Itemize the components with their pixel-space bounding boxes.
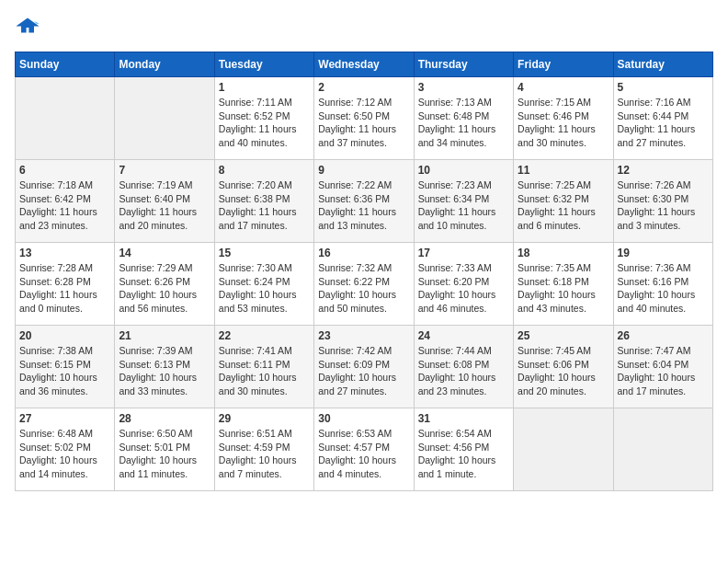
calendar-cell (613, 408, 712, 491)
calendar-cell: 12Sunrise: 7:26 AM Sunset: 6:30 PM Dayli… (613, 160, 712, 243)
calendar-cell: 19Sunrise: 7:36 AM Sunset: 6:16 PM Dayli… (613, 243, 712, 326)
calendar-table: SundayMondayTuesdayWednesdayThursdayFrid… (15, 52, 713, 491)
day-detail: Sunrise: 7:11 AM Sunset: 6:52 PM Dayligh… (219, 96, 310, 150)
day-number: 22 (219, 329, 310, 342)
day-detail: Sunrise: 7:28 AM Sunset: 6:28 PM Dayligh… (19, 261, 110, 316)
calendar-cell: 28Sunrise: 6:50 AM Sunset: 5:01 PM Dayli… (115, 408, 214, 491)
day-detail: Sunrise: 7:47 AM Sunset: 6:04 PM Dayligh… (618, 344, 709, 398)
day-number: 24 (418, 329, 509, 342)
calendar-week-1: 1Sunrise: 7:11 AM Sunset: 6:52 PM Daylig… (16, 77, 713, 160)
weekday-header-tuesday: Tuesday (214, 52, 313, 77)
calendar-cell: 7Sunrise: 7:19 AM Sunset: 6:40 PM Daylig… (115, 160, 214, 243)
day-detail: Sunrise: 7:36 AM Sunset: 6:16 PM Dayligh… (618, 261, 709, 316)
day-detail: Sunrise: 7:29 AM Sunset: 6:26 PM Dayligh… (119, 261, 210, 316)
calendar-cell: 18Sunrise: 7:35 AM Sunset: 6:18 PM Dayli… (514, 243, 613, 326)
logo (15, 15, 44, 40)
weekday-header-thursday: Thursday (414, 52, 513, 77)
calendar-cell (115, 77, 214, 160)
calendar-cell (514, 408, 613, 491)
day-detail: Sunrise: 7:25 AM Sunset: 6:32 PM Dayligh… (518, 178, 609, 233)
calendar-cell: 10Sunrise: 7:23 AM Sunset: 6:34 PM Dayli… (414, 160, 513, 243)
calendar-cell: 6Sunrise: 7:18 AM Sunset: 6:42 PM Daylig… (16, 160, 115, 243)
day-detail: Sunrise: 7:39 AM Sunset: 6:13 PM Dayligh… (119, 344, 210, 398)
calendar-cell: 26Sunrise: 7:47 AM Sunset: 6:04 PM Dayli… (613, 326, 712, 408)
calendar-cell: 1Sunrise: 7:11 AM Sunset: 6:52 PM Daylig… (214, 77, 313, 160)
day-number: 19 (618, 247, 709, 259)
calendar-cell: 17Sunrise: 7:33 AM Sunset: 6:20 PM Dayli… (414, 243, 513, 326)
calendar-week-4: 20Sunrise: 7:38 AM Sunset: 6:15 PM Dayli… (16, 326, 713, 408)
day-detail: Sunrise: 7:42 AM Sunset: 6:09 PM Dayligh… (318, 344, 409, 398)
day-detail: Sunrise: 6:50 AM Sunset: 5:01 PM Dayligh… (119, 427, 210, 481)
calendar-cell: 2Sunrise: 7:12 AM Sunset: 6:50 PM Daylig… (314, 77, 414, 160)
day-detail: Sunrise: 7:19 AM Sunset: 6:40 PM Dayligh… (119, 178, 210, 233)
calendar-cell: 25Sunrise: 7:45 AM Sunset: 6:06 PM Dayli… (514, 326, 613, 408)
day-number: 30 (318, 412, 409, 425)
day-number: 18 (518, 247, 609, 259)
day-number: 13 (19, 247, 110, 259)
calendar-cell: 5Sunrise: 7:16 AM Sunset: 6:44 PM Daylig… (613, 77, 712, 160)
day-detail: Sunrise: 6:54 AM Sunset: 4:56 PM Dayligh… (418, 427, 509, 481)
calendar-cell: 3Sunrise: 7:13 AM Sunset: 6:48 PM Daylig… (414, 77, 513, 160)
calendar-cell: 20Sunrise: 7:38 AM Sunset: 6:15 PM Dayli… (16, 326, 115, 408)
calendar-cell: 24Sunrise: 7:44 AM Sunset: 6:08 PM Dayli… (414, 326, 513, 408)
calendar-week-5: 27Sunrise: 6:48 AM Sunset: 5:02 PM Dayli… (16, 408, 713, 491)
day-number: 14 (119, 247, 210, 259)
calendar-cell: 8Sunrise: 7:20 AM Sunset: 6:38 PM Daylig… (214, 160, 313, 243)
day-detail: Sunrise: 7:32 AM Sunset: 6:22 PM Dayligh… (318, 261, 409, 316)
day-number: 3 (418, 81, 509, 94)
day-detail: Sunrise: 6:48 AM Sunset: 5:02 PM Dayligh… (19, 427, 110, 481)
day-number: 5 (618, 81, 709, 94)
calendar-cell: 23Sunrise: 7:42 AM Sunset: 6:09 PM Dayli… (314, 326, 414, 408)
day-number: 23 (318, 329, 409, 342)
day-number: 15 (219, 247, 310, 259)
day-number: 10 (418, 164, 509, 177)
calendar-cell: 13Sunrise: 7:28 AM Sunset: 6:28 PM Dayli… (16, 243, 115, 326)
calendar-cell: 15Sunrise: 7:30 AM Sunset: 6:24 PM Dayli… (214, 243, 313, 326)
day-detail: Sunrise: 7:18 AM Sunset: 6:42 PM Dayligh… (19, 178, 110, 233)
weekday-header-wednesday: Wednesday (314, 52, 414, 77)
weekday-header-sunday: Sunday (16, 52, 115, 77)
svg-marker-0 (16, 18, 39, 33)
calendar-cell: 22Sunrise: 7:41 AM Sunset: 6:11 PM Dayli… (214, 326, 313, 408)
day-number: 20 (19, 329, 110, 342)
calendar-cell: 16Sunrise: 7:32 AM Sunset: 6:22 PM Dayli… (314, 243, 414, 326)
day-number: 11 (518, 164, 609, 177)
day-detail: Sunrise: 7:30 AM Sunset: 6:24 PM Dayligh… (219, 261, 310, 316)
weekday-header-monday: Monday (115, 52, 214, 77)
day-number: 12 (618, 164, 709, 177)
day-detail: Sunrise: 7:44 AM Sunset: 6:08 PM Dayligh… (418, 344, 509, 398)
calendar-cell: 11Sunrise: 7:25 AM Sunset: 6:32 PM Dayli… (514, 160, 613, 243)
calendar-cell (16, 77, 115, 160)
calendar-cell: 30Sunrise: 6:53 AM Sunset: 4:57 PM Dayli… (314, 408, 414, 491)
day-detail: Sunrise: 7:13 AM Sunset: 6:48 PM Dayligh… (418, 96, 509, 150)
day-detail: Sunrise: 7:22 AM Sunset: 6:36 PM Dayligh… (318, 178, 409, 233)
day-detail: Sunrise: 7:38 AM Sunset: 6:15 PM Dayligh… (19, 344, 110, 398)
day-number: 16 (318, 247, 409, 259)
day-detail: Sunrise: 7:41 AM Sunset: 6:11 PM Dayligh… (219, 344, 310, 398)
calendar-cell: 4Sunrise: 7:15 AM Sunset: 6:46 PM Daylig… (514, 77, 613, 160)
weekday-header-saturday: Saturday (613, 52, 712, 77)
calendar-cell: 21Sunrise: 7:39 AM Sunset: 6:13 PM Dayli… (115, 326, 214, 408)
calendar-cell: 27Sunrise: 6:48 AM Sunset: 5:02 PM Dayli… (16, 408, 115, 491)
day-number: 28 (119, 412, 210, 425)
day-detail: Sunrise: 7:33 AM Sunset: 6:20 PM Dayligh… (418, 261, 509, 316)
day-detail: Sunrise: 6:53 AM Sunset: 4:57 PM Dayligh… (318, 427, 409, 481)
weekday-header-friday: Friday (514, 52, 613, 77)
day-number: 9 (318, 164, 409, 177)
day-detail: Sunrise: 7:15 AM Sunset: 6:46 PM Dayligh… (518, 96, 609, 150)
day-detail: Sunrise: 7:16 AM Sunset: 6:44 PM Dayligh… (618, 96, 709, 150)
day-number: 21 (119, 329, 210, 342)
calendar-cell: 31Sunrise: 6:54 AM Sunset: 4:56 PM Dayli… (414, 408, 513, 491)
calendar-cell: 9Sunrise: 7:22 AM Sunset: 6:36 PM Daylig… (314, 160, 414, 243)
calendar-cell: 14Sunrise: 7:29 AM Sunset: 6:26 PM Dayli… (115, 243, 214, 326)
day-detail: Sunrise: 7:20 AM Sunset: 6:38 PM Dayligh… (219, 178, 310, 233)
day-number: 6 (19, 164, 110, 177)
day-number: 8 (219, 164, 310, 177)
day-detail: Sunrise: 7:35 AM Sunset: 6:18 PM Dayligh… (518, 261, 609, 316)
day-number: 27 (19, 412, 110, 425)
day-detail: Sunrise: 7:26 AM Sunset: 6:30 PM Dayligh… (618, 178, 709, 233)
day-detail: Sunrise: 7:45 AM Sunset: 6:06 PM Dayligh… (518, 344, 609, 398)
weekday-header-row: SundayMondayTuesdayWednesdayThursdayFrid… (16, 52, 713, 77)
calendar-week-3: 13Sunrise: 7:28 AM Sunset: 6:28 PM Dayli… (16, 243, 713, 326)
day-number: 7 (119, 164, 210, 177)
